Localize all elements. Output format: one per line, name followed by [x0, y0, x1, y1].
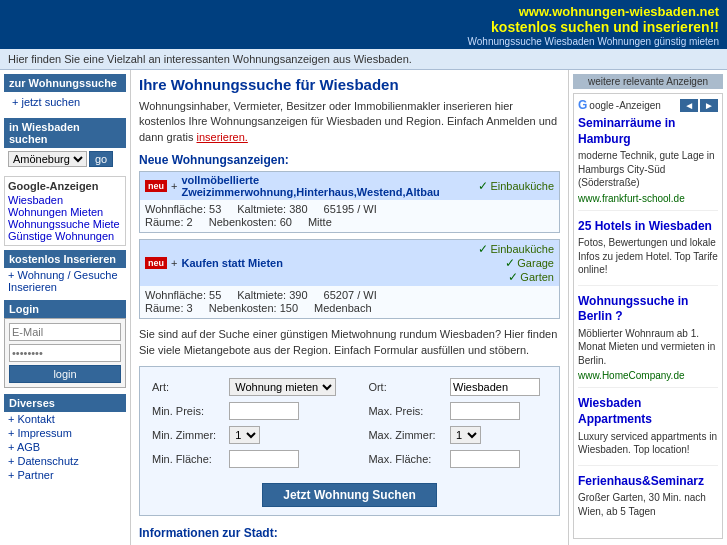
google-next-button[interactable]: ►: [700, 99, 718, 112]
ort-input[interactable]: [450, 378, 540, 396]
city-select[interactable]: Amöneburg: [8, 151, 87, 167]
main-content: Ihre Wohnungssuche für Wiesbaden Wohnung…: [130, 70, 569, 545]
sidebar-section-wohnungssuche: zur Wohnungssuche jetzt suchen: [4, 74, 126, 112]
go-button[interactable]: go: [89, 151, 113, 167]
ad-title-0[interactable]: Seminarräume in Hamburg: [578, 116, 718, 147]
sidebar-ad-guenstige-wohnungen[interactable]: Günstige Wohnungen: [8, 230, 122, 242]
raeume-label-1: Räume: 2: [145, 216, 193, 228]
plz-2: 65207 / WI: [324, 289, 377, 301]
ad-block-1: 25 Hotels in Wiesbaden Fotos, Bewertunge…: [578, 219, 718, 286]
tagline: kostenlos suchen und inserieren!!: [8, 19, 719, 35]
ort-label: Ort:: [348, 375, 446, 399]
inserieren-link[interactable]: inserieren.: [197, 131, 248, 143]
min-zimmer-label: Min. Zimmer:: [148, 423, 225, 447]
sidebar-ad-wohnungssuche-miete[interactable]: Wohnungssuche Miete: [8, 218, 122, 230]
search-form-table: Art: Wohnung mieten Ort: Min. Preis: Max…: [148, 375, 551, 471]
sidebar-google-anzeigen: Google-Anzeigen Wiesbaden Wohnungen Miet…: [4, 176, 126, 246]
anzeige-2-title[interactable]: Kaufen statt Mieten: [181, 257, 282, 269]
art-label: Art:: [148, 375, 225, 399]
anzeige-1-row2: Räume: 2 Nebenkosten: 60 Mitte: [145, 216, 554, 228]
check-icon-2b: ✓: [505, 256, 515, 270]
email-field[interactable]: [9, 323, 121, 341]
sidebar-header-login: Login: [4, 300, 126, 318]
anzeigen-label: -Anzeigen: [616, 100, 661, 111]
page-layout: zur Wohnungssuche jetzt suchen in Wiesba…: [0, 70, 727, 545]
min-preis-input[interactable]: [229, 402, 299, 420]
ad-block-0: Seminarräume in Hamburg moderne Technik,…: [578, 116, 718, 211]
min-preis-label: Min. Preis:: [148, 399, 225, 423]
intro-text: Hier finden Sie eine Vielzahl an interes…: [8, 53, 412, 65]
sidebar-ad-wiesbaden[interactable]: Wiesbaden: [8, 194, 122, 206]
google-nav-buttons: ◄ ►: [680, 99, 718, 112]
nebenkosten-label-1: Nebenkosten: 60: [209, 216, 292, 228]
nebenkosten-label-2: Nebenkosten: 150: [209, 302, 298, 314]
search-form: Art: Wohnung mieten Ort: Min. Preis: Max…: [139, 366, 560, 516]
anzeige-2-row1: Wohnfläche: 55 Kaltmiete: 390 65207 / WI: [145, 289, 554, 301]
sidebar-header-inserieren: kostenlos Inserieren: [4, 250, 126, 268]
google-label: oogle: [589, 100, 613, 111]
search-row-3: Min. Zimmer: 1 Max. Zimmer: 1: [148, 423, 551, 447]
sidebar-section-diverses: Diverses Kontakt Impressum AGB Datenschu…: [4, 394, 126, 482]
anzeige-1-title[interactable]: vollmöbellierte Zweizimmerwohnung,Hinter…: [181, 174, 474, 198]
anzeige-1-header: neu + vollmöbellierte Zweizimmerwohnung,…: [140, 172, 559, 200]
login-button[interactable]: login: [9, 365, 121, 383]
anzeige-2-feature2: ✓ Garage: [505, 256, 554, 270]
new-badge-1: neu: [145, 180, 167, 192]
anzeige-2-feature3: ✓ Garten: [508, 270, 554, 284]
ad-title-4[interactable]: Ferienhaus&Seminarz: [578, 474, 718, 490]
site-url-link[interactable]: www.wohnungen-wiesbaden.net: [519, 4, 719, 19]
google-anzeigen-title: Google-Anzeigen: [8, 180, 122, 192]
check-icon-1: ✓: [478, 179, 488, 193]
ad-desc-3: Luxury serviced appartments in Wiesbaden…: [578, 430, 718, 457]
sidebar-partner[interactable]: Partner: [4, 468, 126, 482]
ad-url-0: www.frankfurt-school.de: [578, 193, 685, 204]
anzeige-2-row2: Räume: 3 Nebenkosten: 150 Medenbach: [145, 302, 554, 314]
plz-1: 65195 / WI: [324, 203, 377, 215]
max-zimmer-select[interactable]: 1: [450, 426, 481, 444]
check-icon-2a: ✓: [478, 242, 488, 256]
check-icon-2c: ✓: [508, 270, 518, 284]
sidebar-header-wohnungssuche: zur Wohnungssuche: [4, 74, 126, 92]
search-button[interactable]: Jetzt Wohnung Suchen: [262, 483, 436, 507]
ad-title-3[interactable]: Wiesbaden Appartments: [578, 396, 718, 427]
wohnflaeche-label-2: Wohnfläche: 55: [145, 289, 221, 301]
sidebar-jetzt-suchen[interactable]: jetzt suchen: [4, 92, 126, 112]
city-search-row: Amöneburg go: [4, 148, 126, 170]
min-zimmer-select[interactable]: 1: [229, 426, 260, 444]
sidebar-header-in-wiesbaden: in Wiesbaden suchen: [4, 118, 126, 148]
intro-bar: Hier finden Sie eine Vielzahl an interes…: [0, 49, 727, 70]
max-flaeche-input[interactable]: [450, 450, 520, 468]
anzeige-2: neu + Kaufen statt Mieten ✓ Einbauküche …: [139, 239, 560, 319]
wohnung-inserieren-link[interactable]: Wohnung / Gesuche Inserieren: [8, 269, 118, 293]
ad-title-1[interactable]: 25 Hotels in Wiesbaden: [578, 219, 718, 235]
sidebar-datenschutz[interactable]: Datenschutz: [4, 454, 126, 468]
google-ads-label: G oogle -Anzeigen ◄ ►: [578, 98, 718, 112]
sidebar-section-login: Login login: [4, 300, 126, 388]
header-desc: Wohnungssuche Wiesbaden Wohnungen günsti…: [468, 36, 719, 47]
search-row-4: Min. Fläche: Max. Fläche:: [148, 447, 551, 471]
max-preis-label: Max. Preis:: [348, 399, 446, 423]
min-flaeche-input[interactable]: [229, 450, 299, 468]
ad-desc-4: Großer Garten, 30 Min. nach Wien, ab 5 T…: [578, 491, 718, 518]
sidebar-kontakt[interactable]: Kontakt: [4, 412, 126, 426]
google-logo: G: [578, 98, 587, 112]
sidebar-ad-wohnungen-mieten[interactable]: Wohnungen Mieten: [8, 206, 122, 218]
sidebar-wohnung-inserieren[interactable]: Wohnung / Gesuche Inserieren: [4, 268, 126, 294]
jetzt-suchen-link[interactable]: jetzt suchen: [8, 94, 122, 110]
ad-desc-2: Möblierter Wohnraum ab 1. Monat Mieten u…: [578, 327, 718, 368]
google-prev-button[interactable]: ◄: [680, 99, 698, 112]
plus-icon-1: +: [171, 180, 177, 192]
ad-title-2[interactable]: Wohnungssuche in Berlin ?: [578, 294, 718, 325]
sidebar-impressum[interactable]: Impressum: [4, 426, 126, 440]
stadt-info-title: Informationen zur Stadt:: [139, 524, 560, 542]
anzeige-1-body: Wohnfläche: 53 Kaltmiete: 380 65195 / WI…: [140, 200, 559, 232]
login-box: login: [4, 318, 126, 388]
anzeige-2-header: neu + Kaufen statt Mieten ✓ Einbauküche …: [140, 240, 559, 286]
sidebar-header-diverses: Diverses: [4, 394, 126, 412]
max-preis-input[interactable]: [450, 402, 520, 420]
sidebar-agb[interactable]: AGB: [4, 440, 126, 454]
new-badge-2: neu: [145, 257, 167, 269]
art-select[interactable]: Wohnung mieten: [229, 378, 336, 396]
ad-block-2: Wohnungssuche in Berlin ? Möblierter Woh…: [578, 294, 718, 389]
password-field[interactable]: [9, 344, 121, 362]
